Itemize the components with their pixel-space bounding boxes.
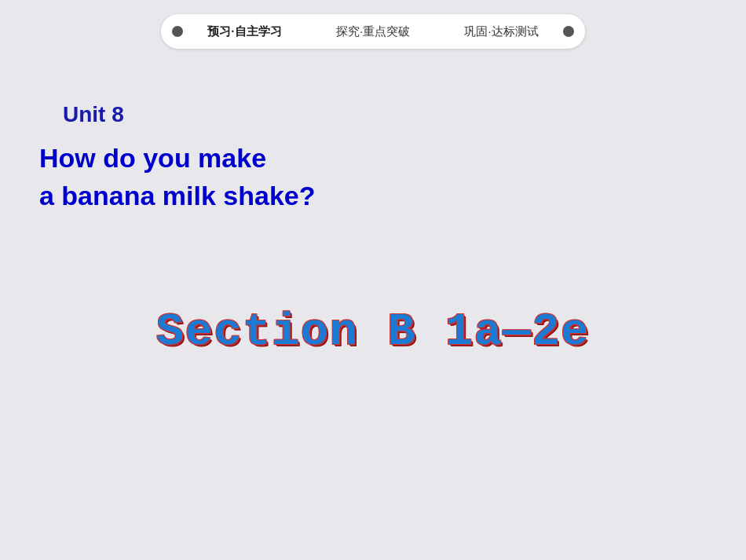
- nav-item-explore[interactable]: 探究·重点突破: [330, 21, 416, 42]
- nav-dot-right: [563, 26, 574, 37]
- nav-item-preview[interactable]: 预习·自主学习: [201, 21, 287, 42]
- main-title-line1: How do you make: [39, 140, 707, 178]
- section-title: Section B 1a—2e: [156, 306, 590, 357]
- unit-label: Unit 8: [63, 102, 707, 127]
- nav-bar: 预习·自主学习 探究·重点突破 巩固·达标测试: [161, 14, 585, 49]
- main-title-line2: a banana milk shake?: [39, 178, 707, 215]
- nav-items: 预习·自主学习 探究·重点突破 巩固·达标测试: [183, 21, 563, 42]
- main-title: How do you make a banana milk shake?: [39, 140, 707, 214]
- nav-item-consolidate[interactable]: 巩固·达标测试: [458, 21, 544, 42]
- nav-dot-left: [172, 26, 183, 37]
